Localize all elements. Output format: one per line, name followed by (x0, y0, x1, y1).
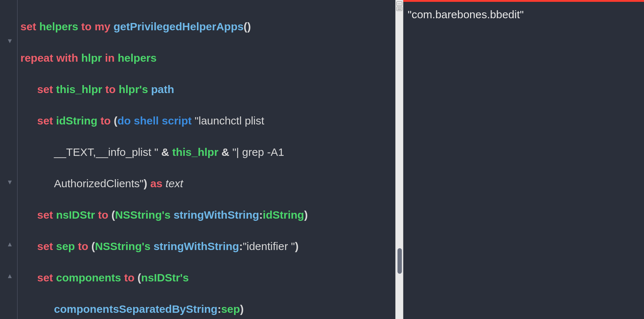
code-area[interactable]: set helpers to my getPrivilegedHelperApp… (18, 0, 395, 319)
scrollbar-track[interactable] (397, 22, 402, 312)
code-line[interactable]: __TEXT,__info_plist " & this_hlpr & "| g… (20, 144, 395, 160)
code-line[interactable]: repeat with hlpr in helpers (20, 50, 395, 66)
code-line[interactable]: componentsSeparatedByString:sep) (20, 301, 395, 317)
code-line[interactable]: set components to (nsIDStr's (20, 270, 395, 285)
splitter-handle[interactable] (396, 0, 402, 11)
pane-splitter[interactable] (395, 0, 403, 319)
fold-triangle-down-icon[interactable]: ▼ (7, 179, 13, 185)
code-line[interactable]: set this_hlpr to hlpr's path (20, 81, 395, 97)
result-output[interactable]: "com.barebones.bbedit" (403, 2, 644, 27)
editor-pane: ▼ ▼ ▲ ▲ set helpers to my getPrivilegedH… (0, 0, 395, 319)
code-line[interactable]: set helpers to my getPrivilegedHelperApp… (20, 19, 395, 34)
code-line[interactable]: set nsIDStr to (NSString's stringWithStr… (20, 207, 395, 223)
split-horizontal-icon (396, 1, 402, 6)
fold-triangle-up-icon[interactable]: ▲ (7, 273, 13, 279)
code-line[interactable]: set sep to (NSString's stringWithString:… (20, 238, 395, 254)
code-line[interactable]: AuthorizedClients") as text (20, 176, 395, 191)
split-lines-icon (396, 7, 402, 11)
gutter: ▼ ▼ ▲ ▲ (0, 0, 18, 319)
scrollbar-thumb[interactable] (397, 248, 402, 274)
fold-triangle-up-icon[interactable]: ▲ (7, 241, 13, 247)
result-pane: "com.barebones.bbedit" (403, 0, 644, 319)
fold-triangle-down-icon[interactable]: ▼ (7, 38, 13, 44)
code-line[interactable]: set idString to (do shell script "launch… (20, 113, 395, 128)
